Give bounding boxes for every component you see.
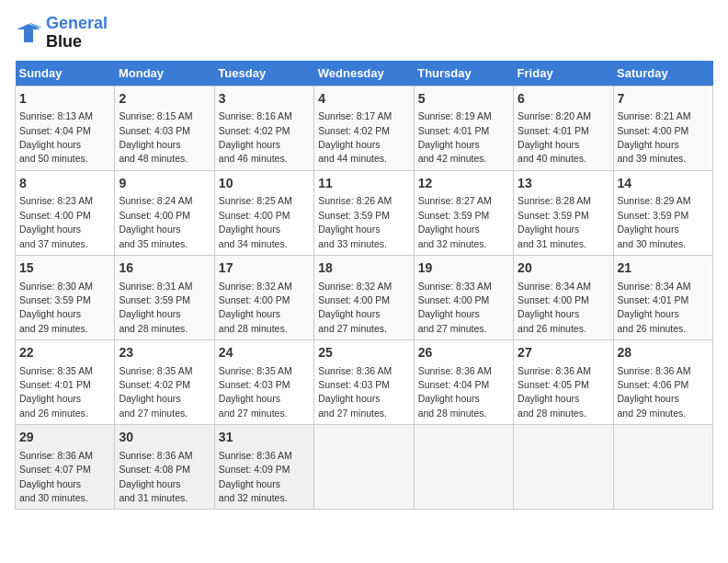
- day-number: 25: [318, 344, 409, 362]
- weekday-header-monday: Monday: [115, 61, 214, 86]
- calendar-cell: 11Sunrise: 8:26 AMSunset: 3:59 PMDayligh…: [314, 170, 414, 255]
- calendar-cell: 4Sunrise: 8:17 AMSunset: 4:02 PMDaylight…: [314, 86, 414, 170]
- calendar-cell: 10Sunrise: 8:25 AMSunset: 4:00 PMDayligh…: [214, 170, 313, 255]
- calendar-week-1: 1Sunrise: 8:13 AMSunset: 4:04 PMDaylight…: [16, 86, 713, 170]
- day-number: 12: [418, 175, 509, 193]
- day-number: 2: [119, 90, 210, 109]
- calendar-cell: 16Sunrise: 8:31 AMSunset: 3:59 PMDayligh…: [115, 255, 214, 339]
- day-info: Sunrise: 8:30 AMSunset: 3:59 PMDaylight …: [19, 281, 93, 334]
- day-info: Sunrise: 8:28 AMSunset: 3:59 PMDaylight …: [518, 195, 591, 248]
- day-info: Sunrise: 8:34 AMSunset: 4:00 PMDaylight …: [518, 281, 591, 334]
- day-number: 17: [219, 259, 310, 278]
- day-number: 22: [19, 344, 110, 362]
- day-info: Sunrise: 8:36 AMSunset: 4:07 PMDaylight …: [19, 450, 93, 503]
- calendar-cell: 2Sunrise: 8:15 AMSunset: 4:03 PMDaylight…: [115, 86, 214, 170]
- day-info: Sunrise: 8:36 AMSunset: 4:06 PMDaylight …: [618, 365, 691, 419]
- calendar-week-2: 8Sunrise: 8:23 AMSunset: 4:00 PMDaylight…: [16, 170, 713, 255]
- calendar-cell: 19Sunrise: 8:33 AMSunset: 4:00 PMDayligh…: [414, 255, 513, 339]
- calendar-cell: 9Sunrise: 8:24 AMSunset: 4:00 PMDaylight…: [115, 170, 214, 255]
- calendar-cell: 20Sunrise: 8:34 AMSunset: 4:00 PMDayligh…: [514, 255, 613, 339]
- calendar-cell: 3Sunrise: 8:16 AMSunset: 4:02 PMDaylight…: [214, 86, 313, 170]
- calendar-cell: 29Sunrise: 8:36 AMSunset: 4:07 PMDayligh…: [16, 425, 115, 510]
- logo-icon: [15, 20, 42, 46]
- calendar-cell: 23Sunrise: 8:35 AMSunset: 4:02 PMDayligh…: [115, 340, 214, 425]
- day-number: 29: [19, 429, 110, 447]
- day-info: Sunrise: 8:20 AMSunset: 4:01 PMDaylight …: [518, 110, 591, 164]
- calendar-cell: 17Sunrise: 8:32 AMSunset: 4:00 PMDayligh…: [214, 255, 313, 339]
- day-number: 23: [119, 344, 210, 362]
- weekday-header-tuesday: Tuesday: [214, 61, 313, 86]
- day-number: 18: [318, 259, 409, 278]
- weekday-header-friday: Friday: [514, 61, 613, 86]
- logo: GeneralBlue: [15, 15, 108, 52]
- calendar-week-5: 29Sunrise: 8:36 AMSunset: 4:07 PMDayligh…: [16, 425, 713, 510]
- day-number: 4: [318, 90, 409, 109]
- day-number: 16: [119, 259, 210, 278]
- day-info: Sunrise: 8:27 AMSunset: 3:59 PMDaylight …: [418, 195, 492, 248]
- calendar-cell: [514, 425, 613, 510]
- day-number: 1: [19, 90, 110, 109]
- calendar-cell: 28Sunrise: 8:36 AMSunset: 4:06 PMDayligh…: [613, 340, 712, 425]
- calendar-week-3: 15Sunrise: 8:30 AMSunset: 3:59 PMDayligh…: [16, 255, 713, 339]
- logo-text: GeneralBlue: [46, 15, 108, 52]
- weekday-header-saturday: Saturday: [613, 61, 712, 86]
- day-info: Sunrise: 8:35 AMSunset: 4:02 PMDaylight …: [119, 365, 192, 419]
- day-number: 27: [518, 344, 609, 362]
- day-info: Sunrise: 8:26 AMSunset: 3:59 PMDaylight …: [318, 195, 392, 248]
- day-number: 21: [618, 259, 709, 278]
- day-info: Sunrise: 8:16 AMSunset: 4:02 PMDaylight …: [219, 110, 292, 164]
- calendar-cell: 13Sunrise: 8:28 AMSunset: 3:59 PMDayligh…: [514, 170, 613, 255]
- calendar-cell: 14Sunrise: 8:29 AMSunset: 3:59 PMDayligh…: [613, 170, 712, 255]
- day-info: Sunrise: 8:36 AMSunset: 4:08 PMDaylight …: [119, 450, 192, 503]
- day-info: Sunrise: 8:15 AMSunset: 4:03 PMDaylight …: [119, 110, 192, 164]
- day-number: 31: [219, 429, 310, 447]
- calendar-cell: 27Sunrise: 8:36 AMSunset: 4:05 PMDayligh…: [514, 340, 613, 425]
- header: GeneralBlue: [15, 15, 713, 52]
- day-info: Sunrise: 8:36 AMSunset: 4:09 PMDaylight …: [219, 450, 292, 503]
- day-info: Sunrise: 8:21 AMSunset: 4:00 PMDaylight …: [618, 110, 691, 164]
- calendar-cell: 8Sunrise: 8:23 AMSunset: 4:00 PMDaylight…: [16, 170, 115, 255]
- day-number: 30: [119, 429, 210, 447]
- day-info: Sunrise: 8:36 AMSunset: 4:04 PMDaylight …: [418, 365, 492, 419]
- day-info: Sunrise: 8:36 AMSunset: 4:05 PMDaylight …: [518, 365, 591, 419]
- calendar-cell: 12Sunrise: 8:27 AMSunset: 3:59 PMDayligh…: [414, 170, 513, 255]
- day-number: 9: [119, 175, 210, 193]
- calendar-cell: 5Sunrise: 8:19 AMSunset: 4:01 PMDaylight…: [414, 86, 513, 170]
- calendar-cell: 21Sunrise: 8:34 AMSunset: 4:01 PMDayligh…: [613, 255, 712, 339]
- calendar-cell: 15Sunrise: 8:30 AMSunset: 3:59 PMDayligh…: [16, 255, 115, 339]
- weekday-header-thursday: Thursday: [414, 61, 513, 86]
- day-info: Sunrise: 8:32 AMSunset: 4:00 PMDaylight …: [219, 281, 292, 334]
- day-info: Sunrise: 8:34 AMSunset: 4:01 PMDaylight …: [618, 281, 691, 334]
- calendar-cell: 30Sunrise: 8:36 AMSunset: 4:08 PMDayligh…: [115, 425, 214, 510]
- day-info: Sunrise: 8:33 AMSunset: 4:00 PMDaylight …: [418, 281, 492, 334]
- day-number: 13: [518, 175, 609, 193]
- day-info: Sunrise: 8:17 AMSunset: 4:02 PMDaylight …: [318, 110, 392, 164]
- weekday-header-wednesday: Wednesday: [314, 61, 414, 86]
- day-info: Sunrise: 8:25 AMSunset: 4:00 PMDaylight …: [219, 195, 292, 248]
- day-number: 28: [618, 344, 709, 362]
- day-info: Sunrise: 8:13 AMSunset: 4:04 PMDaylight …: [19, 110, 93, 164]
- day-number: 20: [518, 259, 609, 278]
- calendar-cell: 31Sunrise: 8:36 AMSunset: 4:09 PMDayligh…: [214, 425, 313, 510]
- calendar-cell: 24Sunrise: 8:35 AMSunset: 4:03 PMDayligh…: [214, 340, 313, 425]
- calendar-cell: 25Sunrise: 8:36 AMSunset: 4:03 PMDayligh…: [314, 340, 414, 425]
- day-number: 6: [518, 90, 609, 109]
- day-info: Sunrise: 8:35 AMSunset: 4:03 PMDaylight …: [219, 365, 292, 419]
- calendar-cell: 1Sunrise: 8:13 AMSunset: 4:04 PMDaylight…: [16, 86, 115, 170]
- weekday-header-sunday: Sunday: [16, 61, 115, 86]
- day-info: Sunrise: 8:32 AMSunset: 4:00 PMDaylight …: [318, 281, 392, 334]
- calendar-cell: [613, 425, 712, 510]
- calendar-cell: 22Sunrise: 8:35 AMSunset: 4:01 PMDayligh…: [16, 340, 115, 425]
- day-number: 8: [19, 175, 110, 193]
- day-info: Sunrise: 8:19 AMSunset: 4:01 PMDaylight …: [418, 110, 492, 164]
- calendar-cell: 6Sunrise: 8:20 AMSunset: 4:01 PMDaylight…: [514, 86, 613, 170]
- calendar-cell: [314, 425, 414, 510]
- day-number: 15: [19, 259, 110, 278]
- day-number: 3: [219, 90, 310, 109]
- day-number: 5: [418, 90, 509, 109]
- day-number: 19: [418, 259, 509, 278]
- day-info: Sunrise: 8:24 AMSunset: 4:00 PMDaylight …: [119, 195, 192, 248]
- calendar-table: SundayMondayTuesdayWednesdayThursdayFrid…: [15, 61, 713, 511]
- day-info: Sunrise: 8:31 AMSunset: 3:59 PMDaylight …: [119, 281, 192, 334]
- day-number: 11: [318, 175, 409, 193]
